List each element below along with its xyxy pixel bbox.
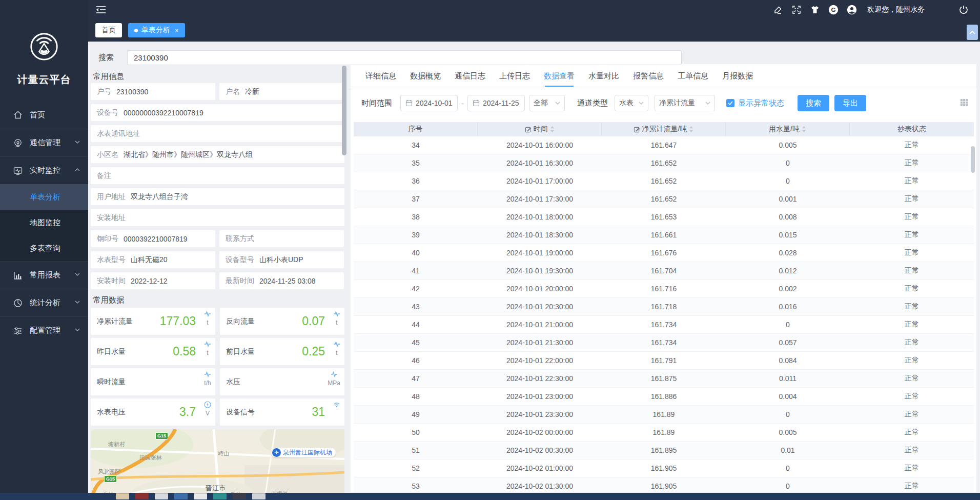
app-logo: [0, 0, 88, 62]
date-to-input[interactable]: 2024-11-25: [467, 95, 525, 111]
table-row[interactable]: 342024-10-01 16:00:00161.6470.005正常: [354, 136, 974, 154]
table-row[interactable]: 382024-10-01 18:00:00161.6530.008正常: [354, 208, 974, 226]
scroll-top-button[interactable]: [967, 25, 978, 40]
metric-value: 31: [312, 405, 325, 419]
period-select[interactable]: 全部: [529, 95, 565, 111]
table-cell: 0.004: [726, 392, 850, 401]
theme-shirt-icon[interactable]: [810, 5, 820, 15]
tab-item[interactable]: 数据概览: [410, 71, 441, 87]
sidebar-item-home[interactable]: 首页: [0, 101, 88, 129]
column-header[interactable]: 净累计流量/吨: [602, 122, 726, 136]
table-row[interactable]: 432024-10-01 20:30:00161.7180.016正常: [354, 298, 974, 316]
scrollbar-thumb[interactable]: [342, 66, 346, 155]
channel-select[interactable]: 水表: [615, 95, 648, 111]
sort-icon[interactable]: [689, 126, 693, 133]
table-row[interactable]: 372024-10-01 17:30:00161.6520.001正常: [354, 190, 974, 208]
table-cell: 37: [354, 195, 478, 203]
tab-item[interactable]: 报警信息: [633, 71, 664, 87]
table-row[interactable]: 482024-10-01 23:00:00161.8860.004正常: [354, 388, 974, 406]
tab-item[interactable]: 工单信息: [678, 71, 708, 87]
field-value: 2024-11-25 03:08: [259, 277, 316, 285]
taskbar-app-icon[interactable]: [213, 493, 227, 499]
sort-icon[interactable]: [550, 126, 555, 133]
close-icon[interactable]: ×: [175, 27, 179, 34]
column-settings-grid-icon[interactable]: [961, 99, 968, 108]
taskbar-app-icon[interactable]: [233, 493, 246, 499]
table-row[interactable]: 392024-10-01 18:30:00161.6610.015正常: [354, 226, 974, 244]
table-row[interactable]: 522024-10-02 01:00:00161.9050正常: [354, 459, 974, 477]
show-abnormal-checkbox[interactable]: [726, 99, 734, 107]
table-row[interactable]: 532024-10-02 01:30:00161.9050正常: [354, 477, 974, 492]
tab-item[interactable]: 水量对比: [588, 71, 619, 87]
windows-taskbar[interactable]: [0, 493, 980, 500]
search-input[interactable]: [127, 50, 682, 65]
table-row[interactable]: 362024-10-01 17:00:00161.6520正常: [354, 172, 974, 190]
sidebar-item-realtime-monitor[interactable]: 实时监控: [0, 156, 88, 184]
show-abnormal-label[interactable]: 显示异常状态: [738, 98, 784, 108]
table-row[interactable]: 402024-10-01 19:00:00161.6760.028正常: [354, 244, 974, 262]
table-row[interactable]: 412024-10-01 19:30:00161.7040.012正常: [354, 262, 974, 280]
airport-label: 泉州晋江国际机场: [283, 448, 332, 457]
tab-item[interactable]: 月报数据: [722, 71, 753, 87]
user-avatar-icon[interactable]: [847, 5, 857, 15]
table-cell: 0: [726, 159, 850, 167]
tag-home[interactable]: 首页: [95, 23, 122, 37]
info-field: 设备型号山科小表UDP: [219, 251, 344, 268]
field-value: 2022-12-12: [131, 277, 168, 285]
tag-single-meter-analysis[interactable]: 单表分析 ×: [128, 23, 185, 37]
tab-item[interactable]: 通信日志: [455, 71, 485, 87]
column-header[interactable]: 时间: [478, 122, 602, 136]
power-icon[interactable]: [958, 5, 969, 15]
airport-marker[interactable]: ✈ 泉州晋江国际机场: [271, 448, 336, 457]
sidebar-item-map-monitor[interactable]: 地图监控: [0, 210, 88, 235]
mini-map[interactable]: ✈ 泉州晋江国际机场 塘新村田园张林峙山风北园区晋江市后林吉坂区秀村G15G15: [91, 429, 344, 494]
date-from-input[interactable]: 2024-10-01: [400, 95, 458, 111]
tab-item[interactable]: 上传日志: [499, 71, 530, 87]
metric-select[interactable]: 净累计流量: [655, 95, 715, 111]
sidebar-item-statistics[interactable]: 统计分析: [0, 289, 88, 316]
sidebar-item-single-meter-analysis[interactable]: 单表分析: [0, 184, 88, 210]
table-row[interactable]: 462024-10-01 22:00:00161.7910.084正常: [354, 352, 974, 370]
table-row[interactable]: 442024-10-01 21:00:00161.7340正常: [354, 316, 974, 334]
sidebar-item-configuration[interactable]: 配置管理: [0, 316, 88, 344]
taskbar-app-icon[interactable]: [116, 493, 129, 499]
table-scrollbar[interactable]: [971, 146, 975, 485]
scrollbar-thumb[interactable]: [971, 146, 975, 173]
taskbar-app-icon[interactable]: [174, 493, 188, 499]
search-button[interactable]: 搜索: [798, 95, 829, 111]
export-button[interactable]: 导出: [834, 95, 866, 111]
taskbar-app-icon[interactable]: [194, 493, 207, 499]
left-panel-scrollbar[interactable]: [342, 66, 346, 394]
taskbar-app-icon[interactable]: [252, 493, 266, 499]
tab-active-data-view[interactable]: 数据查看: [544, 71, 575, 87]
sidebar-item-communication[interactable]: 通信管理: [0, 129, 88, 156]
column-header: 序号: [354, 122, 478, 136]
table-row[interactable]: 452024-10-01 21:30:00161.7340.057正常: [354, 334, 974, 352]
taskbar-app-icon[interactable]: [135, 493, 149, 499]
sort-icon[interactable]: [802, 126, 806, 133]
table-cell: 2024-10-01 17:00:00: [478, 177, 602, 185]
table-cell: 161.716: [602, 285, 726, 293]
table-row[interactable]: 472024-10-01 22:30:00161.8750.011正常: [354, 370, 974, 388]
table-row[interactable]: 492024-10-01 23:30:00161.890正常: [354, 406, 974, 424]
g-language-icon[interactable]: G: [828, 5, 839, 15]
fullscreen-icon[interactable]: [791, 5, 802, 15]
edit-icon[interactable]: [773, 5, 783, 15]
table-row[interactable]: 352024-10-01 16:30:00161.6520正常: [354, 154, 974, 172]
data-table: 序号时间净累计流量/吨用水量/吨抄表状态 342024-10-01 16:00:…: [354, 122, 974, 492]
column-label: 时间: [534, 125, 548, 134]
calendar-icon: [405, 99, 413, 107]
sidebar-collapse-icon[interactable]: [95, 5, 107, 14]
taskbar-app-icon[interactable]: [155, 493, 168, 499]
sidebar-item-common-reports[interactable]: 常用报表: [0, 261, 88, 289]
table-row[interactable]: 512024-10-02 00:30:00161.8950.01正常: [354, 442, 974, 459]
tab-item[interactable]: 详细信息: [365, 71, 396, 87]
airplane-icon: ✈: [272, 448, 281, 457]
metric-label: 设备信号: [226, 408, 312, 417]
chart-icon: [13, 271, 23, 280]
table-row[interactable]: 422024-10-01 20:00:00161.7160.002正常: [354, 280, 974, 298]
sidebar-item-multi-meter-query[interactable]: 多表查询: [0, 235, 88, 261]
table-cell: 正常: [850, 141, 974, 150]
table-row[interactable]: 502024-10-02 00:00:00161.890.005正常: [354, 424, 974, 442]
column-header[interactable]: 用水量/吨: [726, 122, 850, 136]
